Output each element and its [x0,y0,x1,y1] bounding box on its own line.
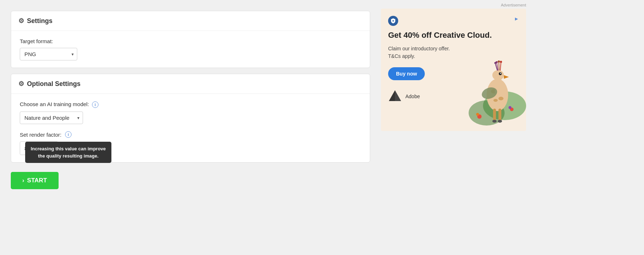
ad-sidebar: Advertisement ► Get 40% off Creative Clo… [381,0,532,255]
ai-model-info-icon[interactable]: i [92,101,98,108]
ad-bottom-row: Adobe [388,89,519,104]
svg-point-19 [494,62,496,64]
optional-settings-panel: ⚙ Optional Settings Choose an AI trainin… [11,74,370,163]
svg-point-17 [498,60,500,63]
ad-label: Advertisement [381,3,526,7]
ad-buy-button[interactable]: Buy now [388,67,425,80]
render-factor-spinner: 8 ▲ ▼ [20,141,58,155]
adobe-logo [388,89,402,104]
ai-model-select[interactable]: Nature and People General Portrait [20,111,83,124]
svg-point-24 [509,106,511,109]
svg-rect-26 [498,109,501,121]
settings-title: Settings [27,17,52,25]
start-button[interactable]: › START [11,172,59,189]
optional-settings-header: ⚙ Optional Settings [11,74,370,94]
spinner-down-button[interactable]: ▼ [49,148,58,155]
optional-settings-body: Choose an AI training model: i Nature an… [11,94,370,162]
ad-illustration [451,41,526,131]
svg-point-10 [500,73,501,74]
chevron-right-icon: › [22,177,24,184]
main-content: ⚙ Settings Target format: PNG JPG WEBP B… [0,0,381,255]
svg-line-13 [499,62,499,70]
spinner-buttons: ▲ ▼ [49,142,58,155]
ai-model-label: Choose an AI training model: i [20,101,361,108]
ad-top-row: ► [388,16,519,26]
start-label: START [27,177,47,184]
svg-point-27 [492,120,497,123]
optional-gear-icon: ⚙ [18,80,24,88]
render-factor-label: Set render factor: [20,132,61,138]
format-select-wrapper: PNG JPG WEBP BMP ▾ [20,48,77,60]
svg-marker-30 [395,90,401,101]
optional-settings-title: Optional Settings [27,80,80,88]
render-factor-row: Set render factor: i Increasing this val… [20,131,361,138]
svg-point-0 [392,20,394,22]
ad-container: ► Get 40% off Creative Cloud. Claim our … [381,9,526,131]
ad-shield-icon [388,16,398,26]
svg-point-28 [498,120,502,123]
render-factor-input[interactable]: 8 [20,142,49,154]
svg-point-8 [492,70,504,80]
settings-panel: ⚙ Settings Target format: PNG JPG WEBP B… [11,11,370,68]
ad-external-icon: ► [514,16,519,22]
svg-marker-11 [504,75,509,79]
settings-header: ⚙ Settings [11,11,370,31]
svg-line-14 [500,62,501,70]
render-factor-info-icon[interactable]: i Increasing this value can improve the … [65,131,72,138]
spinner-up-button[interactable]: ▲ [49,142,58,148]
svg-point-18 [500,61,502,63]
svg-point-22 [476,113,479,116]
svg-rect-25 [493,109,496,121]
settings-body: Target format: PNG JPG WEBP BMP ▾ [11,31,370,68]
ai-model-select-wrapper: Nature and People General Portrait ▾ [20,111,83,124]
adobe-brand-text: Adobe [405,94,420,99]
target-format-select[interactable]: PNG JPG WEBP BMP [20,48,77,60]
ad-headline: Get 40% off Creative Cloud. [388,30,519,41]
target-format-label: Target format: [20,38,361,44]
gear-icon: ⚙ [18,17,24,25]
